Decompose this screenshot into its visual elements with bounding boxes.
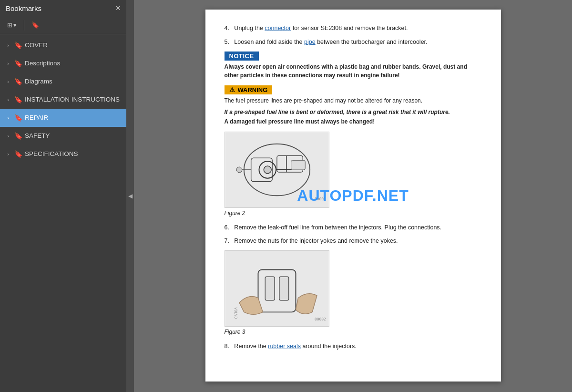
warning-italic-text: If a pre-shaped fuel line is bent or def…	[225, 109, 482, 115]
figure-3-image: VOLVO 00002	[225, 250, 329, 327]
sidebar-header: Bookmarks ×	[0, 0, 126, 16]
step-5: 5. Loosen and fold aside the pipe betwee…	[225, 38, 482, 47]
sidebar-item-cover-label: COVER	[25, 41, 48, 50]
step-8-num: 8.	[225, 343, 233, 350]
pdf-page: AUTOPDF.NET 4. Unplug the connector for …	[205, 10, 501, 382]
warning-label: WARNING	[238, 86, 268, 93]
sidebar-item-diagrams[interactable]: › 🔖 Diagrams	[0, 72, 126, 91]
svg-rect-15	[279, 277, 288, 300]
figure-2-image: 00001	[225, 132, 329, 208]
svg-rect-14	[265, 277, 275, 300]
svg-text:00002: 00002	[315, 317, 326, 321]
step-5-text: Loosen and fold aside the pipe between t…	[234, 39, 427, 45]
step-4-num: 4.	[225, 25, 233, 31]
svg-point-5	[264, 166, 271, 174]
notice-label: NOTICE	[225, 52, 259, 61]
sidebar-item-specifications-label: SPECIFICATIONS	[25, 150, 78, 158]
collapse-panel-button[interactable]: ◀	[126, 0, 134, 392]
collapse-arrow-icon: ◀	[128, 193, 133, 199]
notice-text: Always cover open air connections with a…	[225, 62, 482, 80]
sidebar-close-button[interactable]: ×	[115, 4, 121, 12]
notice-section: NOTICE Always cover open air connections…	[225, 52, 482, 80]
step-6-num: 6.	[225, 224, 233, 231]
sidebar-item-installation-label: INSTALLATION INSTRUCTIONS	[25, 95, 120, 104]
step-7-text: Remove the nuts for the injector yokes a…	[234, 237, 398, 244]
main-content: AUTOPDF.NET 4. Unplug the connector for …	[134, 0, 572, 392]
step-5-num: 5.	[225, 39, 233, 45]
chevron-right-icon: ›	[5, 79, 11, 84]
step-6-text: Remove the leak-off fuel line from betwe…	[234, 224, 441, 231]
list-icon: ⊞	[7, 21, 12, 29]
sidebar-item-descriptions-label: Descriptions	[25, 59, 60, 68]
sidebar-item-diagrams-label: Diagrams	[25, 77, 52, 86]
warning-label-box: ⚠ WARNING	[225, 85, 273, 94]
chevron-right-icon: ›	[5, 133, 11, 139]
sidebar: Bookmarks × ⊞ ▾ 🔖 › 🔖 COVER › 🔖 Descript…	[0, 0, 126, 392]
step-7-num: 7.	[225, 237, 233, 244]
chevron-right-icon: ›	[5, 97, 11, 103]
bookmark-icon-specifications: 🔖	[14, 150, 22, 158]
figure-2-svg: 00001	[225, 132, 329, 207]
list-view-button[interactable]: ⊞ ▾	[4, 19, 20, 31]
bookmark-icon-diagrams: 🔖	[14, 78, 22, 85]
step-8: 8. Remove the rubber seals around the in…	[225, 342, 482, 351]
bookmark-icon-descriptions: 🔖	[14, 60, 22, 67]
sidebar-item-cover[interactable]: › 🔖 COVER	[0, 36, 126, 54]
warning-triangle-icon: ⚠	[229, 86, 235, 93]
svg-rect-12	[225, 251, 328, 326]
step-6: 6. Remove the leak-off fuel line from be…	[225, 223, 482, 232]
step-4-text: Unplug the connector for sensor SE2308 a…	[234, 25, 408, 31]
chevron-right-icon: ›	[5, 61, 11, 66]
sidebar-title: Bookmarks	[6, 4, 41, 12]
bookmark-icon: 🔖	[31, 21, 39, 29]
bookmark-icon-safety: 🔖	[14, 132, 22, 140]
sidebar-item-safety[interactable]: › 🔖 SAFETY	[0, 127, 126, 145]
figure-3-svg: VOLVO 00002	[225, 251, 329, 326]
sidebar-item-specifications[interactable]: › 🔖 SPECIFICATIONS	[0, 145, 126, 163]
step-7: 7. Remove the nuts for the injector yoke…	[225, 237, 482, 246]
svg-text:00001: 00001	[315, 197, 326, 201]
warning-section: ⚠ WARNING The fuel pressure lines are pr…	[225, 85, 482, 125]
toolbar-divider	[24, 20, 24, 31]
step-8-text: Remove the rubber seals around the injec…	[234, 343, 356, 350]
sidebar-item-repair-label: REPAIR	[25, 113, 48, 122]
svg-point-10	[236, 167, 242, 173]
chevron-right-icon: ›	[5, 115, 11, 121]
bookmark-list: › 🔖 COVER › 🔖 Descriptions › 🔖 Diagrams …	[0, 34, 126, 392]
sidebar-item-repair[interactable]: › 🔖 REPAIR	[0, 109, 126, 127]
bookmark-icon-cover: 🔖	[14, 41, 22, 49]
figure-2-label: Figure 2	[225, 210, 482, 217]
sidebar-item-descriptions[interactable]: › 🔖 Descriptions	[0, 54, 126, 72]
dropdown-arrow-icon: ▾	[13, 21, 17, 29]
bookmark-add-button[interactable]: 🔖	[28, 19, 42, 31]
sidebar-toolbar: ⊞ ▾ 🔖	[0, 16, 126, 34]
warning-text: The fuel pressure lines are pre-shaped a…	[225, 96, 482, 105]
chevron-right-icon: ›	[5, 42, 11, 48]
bookmark-icon-installation: 🔖	[14, 96, 22, 103]
sidebar-item-installation[interactable]: › 🔖 INSTALLATION INSTRUCTIONS	[0, 91, 126, 109]
sidebar-item-safety-label: SAFETY	[25, 132, 50, 140]
figure-3-label: Figure 3	[225, 329, 482, 335]
chevron-right-icon: ›	[5, 151, 11, 157]
svg-rect-8	[291, 160, 305, 170]
svg-text:VOLVO: VOLVO	[233, 308, 237, 319]
bookmark-icon-repair: 🔖	[14, 114, 22, 122]
step-4: 4. Unplug the connector for sensor SE230…	[225, 24, 482, 33]
warning-bold-text: A damaged fuel pressure line must always…	[225, 118, 482, 125]
